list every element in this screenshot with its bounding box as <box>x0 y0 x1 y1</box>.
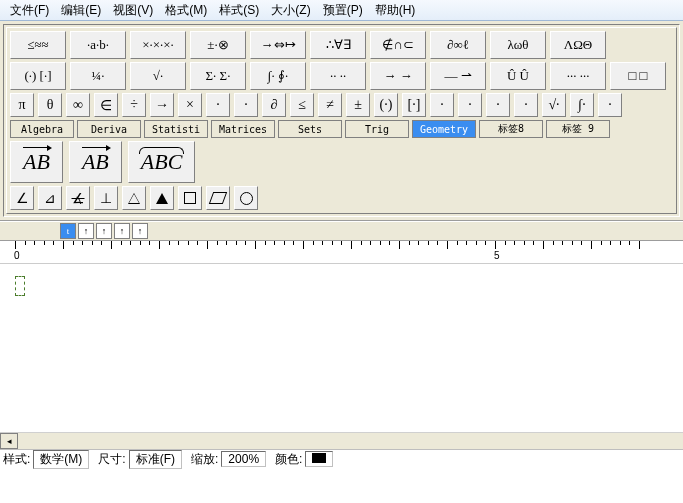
palette-row-2: (·) [·] ¼· √· Σ· Σ· ∫· ∮· ·· ·· → → — ⇀ … <box>10 62 673 90</box>
status-size-value[interactable]: 标准(F) <box>129 450 182 469</box>
symbol-5[interactable]: → <box>150 93 174 117</box>
palette-fractions[interactable]: ¼· <box>70 62 126 90</box>
palette-fences[interactable]: (·) [·] <box>10 62 66 90</box>
menu-size[interactable]: 大小(Z) <box>265 0 316 21</box>
palette-set-theory[interactable]: ∉∩⊂ <box>370 31 426 59</box>
menu-style[interactable]: 样式(S) <box>213 0 265 21</box>
status-style-value[interactable]: 数学(M) <box>33 450 89 469</box>
palette-boxes[interactable]: □ □ <box>610 62 666 90</box>
tab-deriva[interactable]: Deriva <box>77 120 141 138</box>
shape-row: ∠ ⊿ ∡ ⊥ <box>10 186 673 210</box>
palette-relations[interactable]: ≤≈≈ <box>10 31 66 59</box>
palette-label-arrows[interactable]: → → <box>370 62 426 90</box>
shape-triangle-filled[interactable] <box>150 186 174 210</box>
symbol-18[interactable]: · <box>514 93 538 117</box>
status-color-label: 颜色: <box>272 451 305 468</box>
page-tab-active[interactable]: t <box>60 223 76 239</box>
page-strip: t ↑ ↑ ↑ ↑ <box>0 221 683 241</box>
status-color-value[interactable] <box>305 451 333 467</box>
tab-trig[interactable]: Trig <box>345 120 409 138</box>
color-swatch-icon <box>312 453 326 463</box>
preview-vector-ab-1[interactable]: AB <box>10 141 63 183</box>
symbol-15[interactable]: · <box>430 93 454 117</box>
symbol-11[interactable]: ≠ <box>318 93 342 117</box>
symbol-2[interactable]: ∞ <box>66 93 90 117</box>
scroll-left-icon[interactable]: ◂ <box>0 433 18 449</box>
tab-row: AlgebraDerivaStatistiMatricesSetsTrigGeo… <box>10 120 673 138</box>
shape-not-angle[interactable]: ∡ <box>66 186 90 210</box>
menu-file[interactable]: 文件(F) <box>4 0 55 21</box>
palette-misc[interactable]: ∂∞ℓ <box>430 31 486 59</box>
menu-format[interactable]: 格式(M) <box>159 0 213 21</box>
symbol-4[interactable]: ÷ <box>122 93 146 117</box>
text-cursor <box>15 276 25 296</box>
menu-edit[interactable]: 编辑(E) <box>55 0 107 21</box>
menu-bar: 文件(F) 编辑(E) 视图(V) 格式(M) 样式(S) 大小(Z) 预置(P… <box>0 0 683 21</box>
palette-row-1: ≤≈≈ ·a·b· ×·×·×· ±·⊗ →⇔↦ ∴∀∃ ∉∩⊂ ∂∞ℓ λωθ… <box>10 31 673 59</box>
tab-标签8[interactable]: 标签8 <box>479 120 543 138</box>
h-scrollbar[interactable]: ◂ <box>0 432 683 449</box>
shape-square[interactable] <box>178 186 202 210</box>
status-zoom-label: 缩放: <box>188 451 221 468</box>
palette-matrices[interactable]: ··· ··· <box>550 62 606 90</box>
tab-algebra[interactable]: Algebra <box>10 120 74 138</box>
palette-embellish[interactable]: ×·×·×· <box>130 31 186 59</box>
palette-logic[interactable]: ∴∀∃ <box>310 31 366 59</box>
page-tab-5[interactable]: ↑ <box>132 223 148 239</box>
page-tab-4[interactable]: ↑ <box>114 223 130 239</box>
symbol-3[interactable]: ∈ <box>94 93 118 117</box>
symbol-12[interactable]: ± <box>346 93 370 117</box>
palette-greek-upper[interactable]: ΛΩΘ <box>550 31 606 59</box>
shape-angle[interactable]: ∠ <box>10 186 34 210</box>
palette-operators[interactable]: ±·⊗ <box>190 31 246 59</box>
menu-help[interactable]: 帮助(H) <box>369 0 422 21</box>
symbol-0[interactable]: π <box>10 93 34 117</box>
toolbox-panel: ≤≈≈ ·a·b· ×·×·×· ±·⊗ →⇔↦ ∴∀∃ ∉∩⊂ ∂∞ℓ λωθ… <box>0 21 683 221</box>
symbol-8[interactable]: · <box>234 93 258 117</box>
symbol-7[interactable]: · <box>206 93 230 117</box>
tab-statisti[interactable]: Statisti <box>144 120 208 138</box>
shape-circle[interactable] <box>234 186 258 210</box>
symbol-21[interactable]: · <box>598 93 622 117</box>
tab-标签 9[interactable]: 标签 9 <box>546 120 610 138</box>
tab-matrices[interactable]: Matrices <box>211 120 275 138</box>
palette-hats[interactable]: Û Û <box>490 62 546 90</box>
palette-products[interactable]: — ⇀ <box>430 62 486 90</box>
symbol-6[interactable]: × <box>178 93 202 117</box>
palette-greek-lower[interactable]: λωθ <box>490 31 546 59</box>
symbol-17[interactable]: · <box>486 93 510 117</box>
symbol-19[interactable]: √· <box>542 93 566 117</box>
menu-view[interactable]: 视图(V) <box>107 0 159 21</box>
preview-vector-ab-2[interactable]: AB <box>69 141 122 183</box>
symbol-10[interactable]: ≤ <box>290 93 314 117</box>
symbol-16[interactable]: · <box>458 93 482 117</box>
preview-row: AB AB ABC <box>10 141 673 183</box>
symbol-13[interactable]: (·) <box>374 93 398 117</box>
symbol-1[interactable]: θ <box>38 93 62 117</box>
palette-spaces[interactable]: ·a·b· <box>70 31 126 59</box>
palette-underover[interactable]: ·· ·· <box>310 62 366 90</box>
preview-arc-abc[interactable]: ABC <box>128 141 196 183</box>
status-bar: 样式: 数学(M) 尺寸: 标准(F) 缩放: 200% 颜色: <box>0 449 683 468</box>
status-style-label: 样式: <box>0 451 33 468</box>
palette-integrals[interactable]: ∫· ∮· <box>250 62 306 90</box>
tab-geometry[interactable]: Geometry <box>412 120 476 138</box>
tab-sets[interactable]: Sets <box>278 120 342 138</box>
palette-sums[interactable]: Σ· Σ· <box>190 62 246 90</box>
shape-measured-angle[interactable]: ⊿ <box>38 186 62 210</box>
page-tab-3[interactable]: ↑ <box>96 223 112 239</box>
palette-roots[interactable]: √· <box>130 62 186 90</box>
page-tab-2[interactable]: ↑ <box>78 223 94 239</box>
symbol-14[interactable]: [·] <box>402 93 426 117</box>
status-zoom-value[interactable]: 200% <box>221 451 266 467</box>
menu-preset[interactable]: 预置(P) <box>317 0 369 21</box>
shape-parallelogram[interactable] <box>206 186 230 210</box>
document-area[interactable] <box>0 264 683 432</box>
symbol-row: πθ∞∈÷→×··∂≤≠±(·)[·]····√·∫·· <box>10 93 673 117</box>
symbol-9[interactable]: ∂ <box>262 93 286 117</box>
ruler: 0 5 <box>0 241 683 264</box>
palette-arrows[interactable]: →⇔↦ <box>250 31 306 59</box>
shape-triangle-open[interactable] <box>122 186 146 210</box>
symbol-20[interactable]: ∫· <box>570 93 594 117</box>
shape-perp[interactable]: ⊥ <box>94 186 118 210</box>
